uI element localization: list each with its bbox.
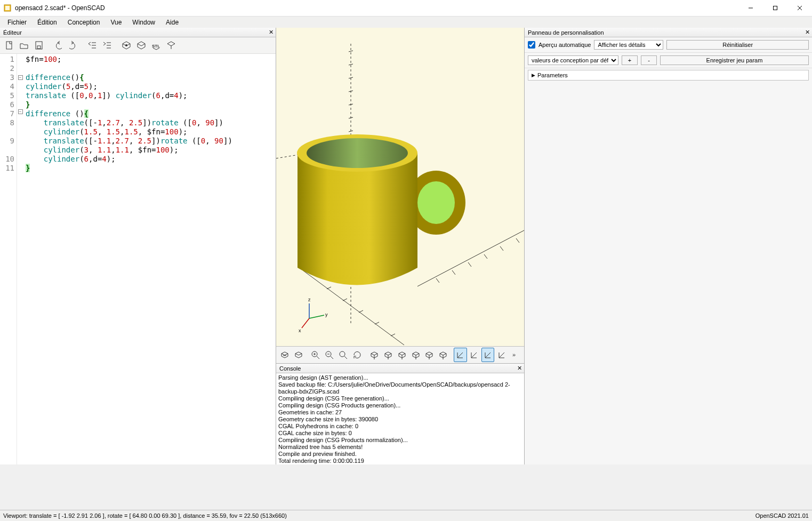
svg-line-15: [349, 51, 353, 52]
left-button[interactable]: [409, 348, 422, 362]
remove-preset-button[interactable]: -: [641, 55, 657, 65]
preview-button[interactable]: [119, 38, 133, 52]
print-button[interactable]: [164, 38, 178, 52]
svg-line-26: [500, 246, 503, 251]
svg-text:x: x: [299, 328, 301, 333]
unindent-button[interactable]: [85, 38, 99, 52]
console-header-label: Console: [279, 365, 301, 372]
save-button[interactable]: [32, 38, 46, 52]
parameters-section[interactable]: ▶ Parameters: [528, 70, 809, 81]
front-button[interactable]: [423, 348, 436, 362]
svg-line-58: [485, 352, 491, 358]
wireframe-button[interactable]: [495, 348, 508, 362]
svg-line-41: [302, 318, 309, 328]
console-line: Parsing design (AST generation)...: [278, 374, 522, 381]
render-button[interactable]: [292, 348, 305, 362]
menubar: FichierÉditionConceptionVueWindowAide: [0, 16, 812, 28]
back-button[interactable]: [437, 348, 450, 362]
line-gutter: 12345678 9 1011: [0, 54, 17, 464]
svg-line-61: [499, 352, 504, 358]
fold-column[interactable]: − −: [17, 54, 23, 464]
console-line: Normalized tree has 5 elements!: [278, 444, 522, 451]
menu-aide[interactable]: Aide: [160, 17, 184, 28]
status-version: OpenSCAD 2021.01: [755, 512, 809, 519]
preset-select[interactable]: valeurs de conception par défaut: [528, 55, 618, 65]
menu-window[interactable]: Window: [127, 17, 160, 28]
open-button[interactable]: [17, 38, 31, 52]
customizer-close-icon[interactable]: ✕: [803, 28, 811, 36]
redo-button[interactable]: [66, 38, 80, 52]
auto-preview-checkbox[interactable]: [528, 41, 535, 49]
reset-view-button[interactable]: [350, 348, 364, 362]
more-button[interactable]: »: [509, 348, 522, 362]
console-header: Console ✕: [276, 364, 524, 373]
customizer-header-label: Panneau de personnalisation: [528, 29, 604, 36]
svg-rect-7: [36, 42, 42, 49]
customizer-header: Panneau de personnalisation ✕: [525, 28, 812, 37]
minimize-button[interactable]: [738, 0, 763, 16]
auto-preview-label: Aperçu automatique: [538, 42, 591, 48]
editor-pane: Éditeur ✕ STL 12345678 9 1011 − − $fn=10…: [0, 28, 276, 464]
undo-button[interactable]: [51, 38, 65, 52]
svg-line-44: [317, 356, 319, 359]
svg-line-30: [359, 310, 363, 312]
svg-line-25: [484, 254, 487, 259]
svg-line-31: [375, 322, 379, 324]
maximize-button[interactable]: [763, 0, 787, 16]
ortho-button[interactable]: [468, 348, 481, 362]
console-close-icon[interactable]: ✕: [516, 364, 523, 372]
svg-line-22: [436, 278, 439, 283]
add-preset-button[interactable]: +: [622, 55, 638, 65]
statusbar: Viewport: translate = [ -1.92 2.91 2.06 …: [0, 510, 812, 521]
viewport-3d[interactable]: z y x: [276, 28, 524, 346]
reset-button[interactable]: Réinitialiser: [666, 40, 809, 50]
surface-button[interactable]: [481, 348, 495, 362]
zoom-out-button[interactable]: [323, 348, 336, 362]
svg-point-50: [340, 351, 345, 357]
stl-button[interactable]: STL: [149, 38, 163, 52]
menu-édition[interactable]: Édition: [32, 17, 62, 28]
window-title: opensacd 2.scad* - OpenSCAD: [15, 4, 738, 12]
menu-fichier[interactable]: Fichier: [2, 17, 32, 28]
code-lines[interactable]: $fn=100; difference(){ cylinder(5,d=5); …: [23, 54, 276, 464]
save-preset-button[interactable]: Enregistrer jeu param: [660, 55, 809, 65]
zoom-fit-button[interactable]: [337, 348, 350, 362]
svg-rect-1: [5, 6, 10, 10]
svg-line-23: [452, 270, 455, 275]
console-output[interactable]: Parsing design (AST generation)...Saved …: [276, 373, 524, 464]
menu-vue[interactable]: Vue: [105, 17, 127, 28]
top-button[interactable]: [382, 348, 395, 362]
svg-line-16: [349, 64, 353, 65]
svg-text:y: y: [325, 312, 328, 317]
svg-line-32: [391, 334, 395, 336]
svg-line-28: [327, 287, 331, 289]
svg-text:»: »: [512, 351, 516, 358]
new-button[interactable]: [2, 38, 16, 52]
right-button[interactable]: [368, 348, 381, 362]
perspective-button[interactable]: [454, 348, 467, 362]
code-editor[interactable]: 12345678 9 1011 − − $fn=100; difference(…: [0, 54, 276, 464]
console-line: Compile and preview finished.: [278, 451, 522, 458]
svg-line-13: [417, 230, 524, 286]
svg-line-51: [344, 356, 347, 359]
svg-rect-3: [774, 6, 777, 10]
console-pane: Console ✕ Parsing design (AST generation…: [276, 363, 524, 464]
svg-line-48: [331, 356, 333, 359]
svg-point-9: [125, 44, 127, 46]
console-line: CGAL Polyhedrons in cache: 0: [278, 423, 522, 430]
indent-button[interactable]: [100, 38, 114, 52]
preview-button[interactable]: [278, 348, 292, 362]
svg-line-55: [471, 352, 477, 358]
editor-close-icon[interactable]: ✕: [267, 28, 275, 36]
customizer-row2: valeurs de conception par défaut + - Enr…: [525, 53, 812, 68]
bottom-button[interactable]: [395, 348, 408, 362]
editor-header-label: Éditeur: [3, 29, 22, 36]
zoom-in-button[interactable]: [309, 348, 323, 362]
render-button[interactable]: [134, 38, 148, 52]
menu-conception[interactable]: Conception: [62, 17, 106, 28]
svg-point-34: [417, 181, 455, 224]
close-button[interactable]: [787, 0, 812, 16]
detail-select[interactable]: Afficher les détails: [594, 40, 663, 50]
svg-line-27: [516, 238, 519, 243]
chevron-right-icon: ▶: [532, 73, 535, 78]
